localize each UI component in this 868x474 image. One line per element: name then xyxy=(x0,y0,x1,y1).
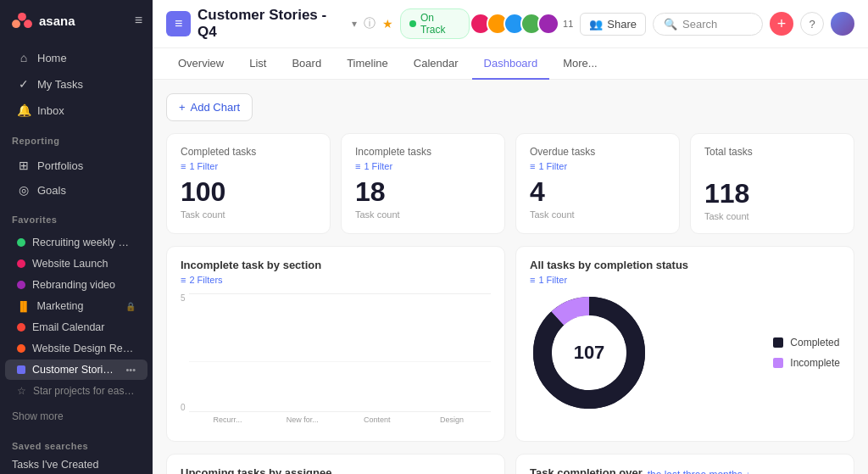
favorites-item-website-design[interactable]: Website Design Requ... xyxy=(5,338,147,359)
svg-point-2 xyxy=(24,20,32,28)
status-dot xyxy=(409,20,416,27)
completed-value: 100 xyxy=(181,176,316,208)
total-title: Total tasks xyxy=(704,146,840,158)
add-chart-label: Add Chart xyxy=(191,101,241,114)
sidebar: asana ≡ ⌂ Home ✓ My Tasks 🔔 Inbox Report… xyxy=(0,0,153,474)
plus-icon: + xyxy=(179,101,186,114)
favorites-item-rebranding-label: Rebranding video xyxy=(32,279,136,291)
sidebar-item-portfolios[interactable]: ⊞ Portfolios xyxy=(5,153,147,177)
completed-legend-dot xyxy=(773,337,783,348)
donut-center-value: 107 xyxy=(574,342,605,364)
topbar-right: 11 👥 Share 🔍 Search + ? xyxy=(470,12,854,36)
asana-logo[interactable]: asana xyxy=(10,8,75,32)
status-text: On Track xyxy=(420,12,460,36)
stats-row: Completed tasks ≡ 1 Filter 100 Task coun… xyxy=(166,133,854,234)
tab-calendar[interactable]: Calendar xyxy=(402,48,470,80)
svg-point-1 xyxy=(12,20,20,28)
lock-icon: 🔒 xyxy=(125,302,136,311)
sidebar-item-home[interactable]: ⌂ Home xyxy=(5,45,147,70)
star-favorite-icon[interactable]: ★ xyxy=(382,17,393,31)
project-title: Customer Stories - Q4 xyxy=(198,7,345,41)
favorites-item-customer-stories[interactable]: Customer Stories - Q4 ••• xyxy=(5,360,147,380)
info-icon[interactable]: ⓘ xyxy=(364,16,376,31)
website-design-dot xyxy=(17,344,25,353)
bar-chart-filter[interactable]: ≡ 2 Filters xyxy=(181,275,491,285)
favorites-list: Recruiting weekly me... Website Launch R… xyxy=(0,228,153,405)
favorites-item-recruiting[interactable]: Recruiting weekly me... xyxy=(5,232,147,253)
website-launch-dot xyxy=(17,259,25,268)
legend-incomplete: Incomplete xyxy=(773,357,840,369)
sidebar-toggle-icon[interactable]: ≡ xyxy=(135,13,142,28)
email-cal-dot xyxy=(17,323,25,332)
bar-chart-title: Incomplete task by section xyxy=(181,259,491,271)
bar-label-1: New for... xyxy=(270,415,335,429)
tab-more[interactable]: More... xyxy=(551,48,609,80)
favorites-item-marketing-label: Marketing xyxy=(37,300,119,312)
overdue-filter[interactable]: ≡ 1 Filter xyxy=(530,161,665,171)
donut-chart-card: All tasks by completion status ≡ 1 Filte… xyxy=(515,246,854,442)
tab-dashboard[interactable]: Dashboard xyxy=(472,48,550,80)
user-avatar[interactable] xyxy=(831,12,854,36)
sidebar-item-goals-label: Goals xyxy=(37,184,66,197)
bar-chart-icon: ▐▌ xyxy=(17,301,31,311)
saved-tasks-created[interactable]: Tasks I've Created xyxy=(0,454,153,474)
add-button[interactable]: + xyxy=(770,12,793,36)
tab-list[interactable]: List xyxy=(237,48,278,80)
share-label: Share xyxy=(607,18,637,31)
sidebar-item-my-tasks[interactable]: ✓ My Tasks xyxy=(5,71,147,97)
filter-icon-2: ≡ xyxy=(355,161,360,171)
help-button[interactable]: ? xyxy=(800,12,824,36)
favorites-item-website-launch[interactable]: Website Launch xyxy=(5,254,147,274)
share-button[interactable]: 👥 Share xyxy=(580,13,646,36)
completed-filter[interactable]: ≡ 1 Filter xyxy=(181,161,316,171)
title-caret-icon[interactable]: ▾ xyxy=(352,18,357,30)
bottom-card-assignee: Upcoming tasks by assignee ≡ 2 Filters xyxy=(166,454,505,474)
tab-overview[interactable]: Overview xyxy=(166,48,236,80)
add-chart-button[interactable]: + Add Chart xyxy=(166,93,253,121)
overdue-label: Task count xyxy=(530,209,665,220)
stat-card-total: Total tasks 118 Task count xyxy=(690,133,854,234)
favorites-item-website-design-label: Website Design Requ... xyxy=(32,343,136,354)
sidebar-item-goals[interactable]: ◎ Goals xyxy=(5,178,147,202)
stat-card-incomplete: Incomplete tasks ≡ 1 Filter 18 Task coun… xyxy=(341,133,505,234)
stat-card-overdue: Overdue tasks ≡ 1 Filter 4 Task count xyxy=(515,133,680,234)
grid-line-bottom xyxy=(189,411,491,412)
bar-label-3: Design xyxy=(420,415,484,429)
asana-wordmark: asana xyxy=(39,14,75,28)
favorites-item-star-projects[interactable]: ☆ Star projects for easy access xyxy=(5,381,147,401)
reporting-nav: ⊞ Portfolios ◎ Goals xyxy=(0,149,153,206)
sidebar-item-inbox[interactable]: 🔔 Inbox xyxy=(5,98,147,123)
share-icon: 👥 xyxy=(589,18,603,31)
bottom-card-completion: Task completion over the last three mont… xyxy=(515,454,854,474)
sidebar-header: asana ≡ xyxy=(0,0,153,41)
topbar: ≡ Customer Stories - Q4 ▾ ⓘ ★ On Track 1… xyxy=(153,0,868,48)
tab-board[interactable]: Board xyxy=(280,48,333,80)
saved-searches-section: Saved searches Tasks I've Created xyxy=(0,427,153,474)
favorites-item-email-calendar[interactable]: Email Calendar xyxy=(5,317,147,337)
donut-svg-wrapper: 107 xyxy=(530,293,648,412)
time-selector[interactable]: the last three months ↓ xyxy=(648,469,750,475)
favorites-item-website-launch-label: Website Launch xyxy=(32,258,136,270)
incomplete-filter[interactable]: ≡ 1 Filter xyxy=(355,161,491,171)
search-box[interactable]: 🔍 Search xyxy=(653,13,763,36)
favorites-section-label: Favorites xyxy=(0,206,153,228)
show-more-button[interactable]: Show more xyxy=(0,405,153,427)
completed-label: Task count xyxy=(181,209,316,220)
donut-chart-filter[interactable]: ≡ 1 Filter xyxy=(530,275,840,285)
filter-lines-icon-2: ≡ xyxy=(530,275,535,285)
filter-icon: ≡ xyxy=(181,161,186,171)
project-title-area: ≡ Customer Stories - Q4 ▾ ⓘ ★ On Track xyxy=(166,7,470,41)
completed-title: Completed tasks xyxy=(181,146,316,158)
customer-stories-square xyxy=(17,365,25,374)
reporting-section-label: Reporting xyxy=(0,127,153,149)
total-value: 118 xyxy=(704,178,840,209)
donut-chart-title: All tasks by completion status xyxy=(530,259,840,271)
project-icon-button[interactable]: ≡ xyxy=(166,11,191,36)
status-badge[interactable]: On Track xyxy=(400,8,470,39)
more-options-icon[interactable]: ••• xyxy=(125,365,136,375)
bottom-right-header: Task completion over the last three mont… xyxy=(530,466,840,474)
favorites-item-marketing[interactable]: ▐▌ Marketing 🔒 xyxy=(5,296,147,316)
favorites-item-rebranding[interactable]: Rebranding video xyxy=(5,275,147,295)
recruiting-dot xyxy=(17,238,25,247)
tab-timeline[interactable]: Timeline xyxy=(335,48,400,80)
